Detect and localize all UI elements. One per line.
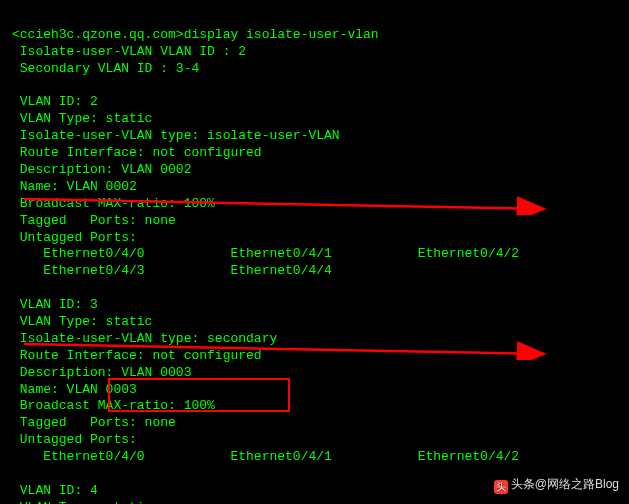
- blank-line: [12, 78, 20, 93]
- blank-line: [12, 280, 20, 295]
- prompt: <ccieh3c.qzone.qq.com>display isolate-us…: [12, 27, 379, 42]
- blank-line: [12, 466, 20, 481]
- header-isolate-vlan: Isolate-user-VLAN VLAN ID : 2: [12, 44, 246, 59]
- vlan-block-2: VLAN ID: 2 VLAN Type: static Isolate-use…: [12, 94, 519, 278]
- header-secondary-vlan: Secondary VLAN ID : 3-4: [12, 61, 199, 76]
- terminal-output: <ccieh3c.qzone.qq.com>display isolate-us…: [12, 10, 617, 504]
- watermark-text: 头条@网络之路Blog: [511, 477, 619, 491]
- watermark: 头头条@网络之路Blog: [494, 477, 619, 494]
- watermark-logo-icon: 头: [494, 480, 508, 494]
- vlan-block-3: VLAN ID: 3 VLAN Type: static Isolate-use…: [12, 297, 519, 464]
- vlan-block-4: VLAN ID: 4 VLAN Type: static Isolate-use…: [12, 483, 519, 504]
